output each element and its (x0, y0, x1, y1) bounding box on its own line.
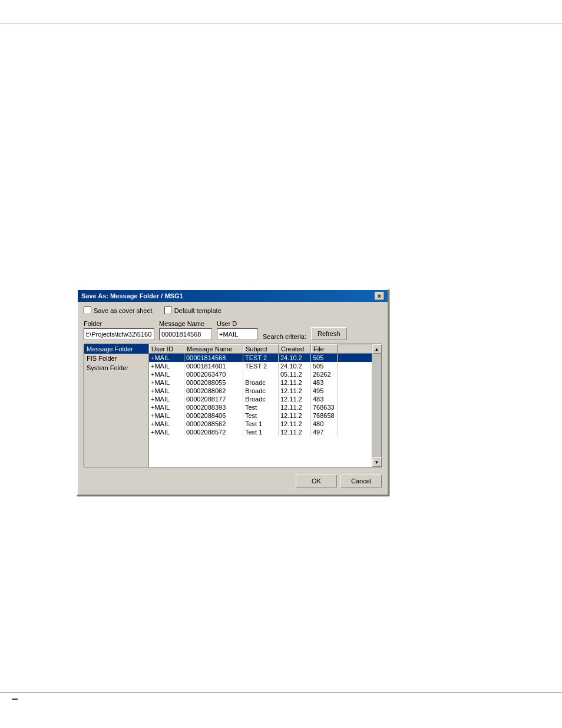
save-as-cover-sheet-label: Save as cover sheet (94, 307, 153, 314)
save-as-cover-sheet-checkbox[interactable] (84, 307, 91, 314)
td-file: 495 (311, 387, 338, 395)
fields-row: Folder Message Name User D Search criter… (84, 320, 382, 340)
table-row[interactable]: +MAIL 00002088055 Broadc 12.11.2 483 (149, 378, 372, 387)
dialog-title: Save As: Message Folder / MSG1 (81, 292, 375, 299)
td-user-id: +MAIL (149, 403, 184, 411)
top-divider (0, 24, 562, 24)
td-subject: TEST 2 (243, 362, 279, 370)
td-created: 12.11.2 (279, 395, 311, 403)
table-pane: User ID Message Name Subject Created Fil… (149, 344, 372, 467)
td-file: 768633 (311, 403, 338, 411)
default-template-checkbox-item[interactable]: Default template (164, 307, 222, 314)
td-created: 12.11.2 (279, 403, 311, 411)
td-created: 05.11.2 (279, 370, 311, 378)
folder-input[interactable] (84, 328, 154, 340)
td-user-id: +MAIL (149, 354, 184, 362)
td-subject (243, 370, 279, 378)
td-user-id: +MAIL (149, 387, 184, 395)
scroll-up-button[interactable]: ▲ (372, 344, 382, 354)
scrollbar: ▲ ▼ (372, 344, 381, 467)
td-subject: Broadc (243, 395, 279, 403)
folder-item-fis[interactable]: FIS Folder (84, 354, 148, 363)
td-created: 12.11.2 (279, 411, 311, 420)
td-created: 12.11.2 (279, 420, 311, 428)
table-row[interactable]: +MAIL 00001814568 TEST 2 24.10.2 505 (149, 354, 372, 362)
td-file: 768658 (311, 411, 338, 420)
td-created: 12.11.2 (279, 428, 311, 436)
td-created: 24.10.2 (279, 354, 311, 362)
page-background: Save As: Message Folder / MSG1 × Save as… (0, 0, 562, 728)
table-row[interactable]: +MAIL 00002088572 Test 1 12.11.2 497 (149, 428, 372, 436)
td-user-id: +MAIL (149, 428, 184, 436)
th-subject: Subject (243, 344, 279, 353)
folder-field-group: Folder (84, 320, 154, 340)
td-subject: Test (243, 403, 279, 411)
td-user-id: +MAIL (149, 420, 184, 428)
checkbox-row: Save as cover sheet Default template (84, 307, 382, 314)
td-message-name: 00002088055 (184, 378, 243, 387)
save-as-cover-sheet-checkbox-item[interactable]: Save as cover sheet (84, 307, 153, 314)
table-row[interactable]: +MAIL 00002088393 Test 12.11.2 768633 (149, 403, 372, 411)
td-file: 480 (311, 420, 338, 428)
th-message-name: Message Name (184, 344, 243, 353)
default-template-checkbox[interactable] (164, 307, 172, 314)
td-message-name: 00002088177 (184, 395, 243, 403)
td-user-id: +MAIL (149, 370, 184, 378)
td-file: 483 (311, 378, 338, 387)
user-d-input[interactable] (217, 328, 258, 340)
td-file: 505 (311, 354, 338, 362)
search-refresh-group: Search criteria: Refresh (263, 327, 347, 340)
td-file: 497 (311, 428, 338, 436)
dialog-close-button[interactable]: × (375, 292, 384, 300)
message-name-field-group: Message Name (159, 320, 212, 340)
td-message-name: 00002063470 (184, 370, 243, 378)
td-message-name: 00002088562 (184, 420, 243, 428)
folder-item-message[interactable]: Message Folder (84, 344, 148, 354)
td-subject: Broadc (243, 387, 279, 395)
td-subject: Broadc (243, 378, 279, 387)
table-row[interactable]: +MAIL 00002088062 Broadc 12.11.2 495 (149, 387, 372, 395)
dialog-body: Save as cover sheet Default template Fol… (78, 302, 388, 495)
th-created: Created (279, 344, 311, 353)
folder-item-system[interactable]: System Folder (84, 363, 148, 373)
td-user-id: +MAIL (149, 411, 184, 420)
table-row[interactable]: +MAIL 00002088406 Test 12.11.2 768658 (149, 411, 372, 420)
td-message-name: 00001814568 (184, 354, 243, 362)
cancel-button[interactable]: Cancel (340, 475, 382, 487)
td-subject: Test (243, 411, 279, 420)
td-file: 483 (311, 395, 338, 403)
td-subject: TEST 2 (243, 354, 279, 362)
save-as-dialog: Save As: Message Folder / MSG1 × Save as… (77, 289, 389, 496)
td-message-name: 00002088406 (184, 411, 243, 420)
table-row[interactable]: +MAIL 00002063470 05.11.2 26262 (149, 370, 372, 378)
table-header: User ID Message Name Subject Created Fil… (149, 344, 372, 354)
dialog-footer: OK Cancel (84, 472, 382, 490)
refresh-button[interactable]: Refresh (311, 327, 347, 340)
td-message-name: 00001814601 (184, 362, 243, 370)
scroll-down-button[interactable]: ▼ (372, 457, 382, 467)
table-row[interactable]: +MAIL 00002088177 Broadc 12.11.2 483 (149, 395, 372, 403)
th-user-id: User ID (149, 344, 184, 353)
table-row[interactable]: +MAIL 00001814601 TEST 2 24.10.2 505 (149, 362, 372, 370)
td-created: 12.11.2 (279, 378, 311, 387)
folder-pane: Message Folder FIS Folder System Folder (84, 344, 149, 467)
bottom-dash (12, 699, 18, 700)
folder-label: Folder (84, 320, 154, 327)
td-message-name: 00002088572 (184, 428, 243, 436)
scroll-track[interactable] (373, 354, 381, 457)
table-body: +MAIL 00001814568 TEST 2 24.10.2 505 +MA… (149, 354, 372, 467)
search-criteria-label: Search criteria: (263, 333, 306, 340)
td-user-id: +MAIL (149, 395, 184, 403)
ok-button[interactable]: OK (296, 475, 337, 487)
th-file: File (311, 344, 338, 353)
message-name-input[interactable] (159, 328, 212, 340)
table-row[interactable]: +MAIL 00002088562 Test 1 12.11.2 480 (149, 420, 372, 428)
td-message-name: 00002088062 (184, 387, 243, 395)
td-user-id: +MAIL (149, 378, 184, 387)
td-file: 26262 (311, 370, 338, 378)
split-pane: Message Folder FIS Folder System Folder … (84, 344, 382, 467)
user-d-field-group: User D (217, 320, 258, 340)
td-message-name: 00002088393 (184, 403, 243, 411)
td-file: 505 (311, 362, 338, 370)
td-created: 24.10.2 (279, 362, 311, 370)
